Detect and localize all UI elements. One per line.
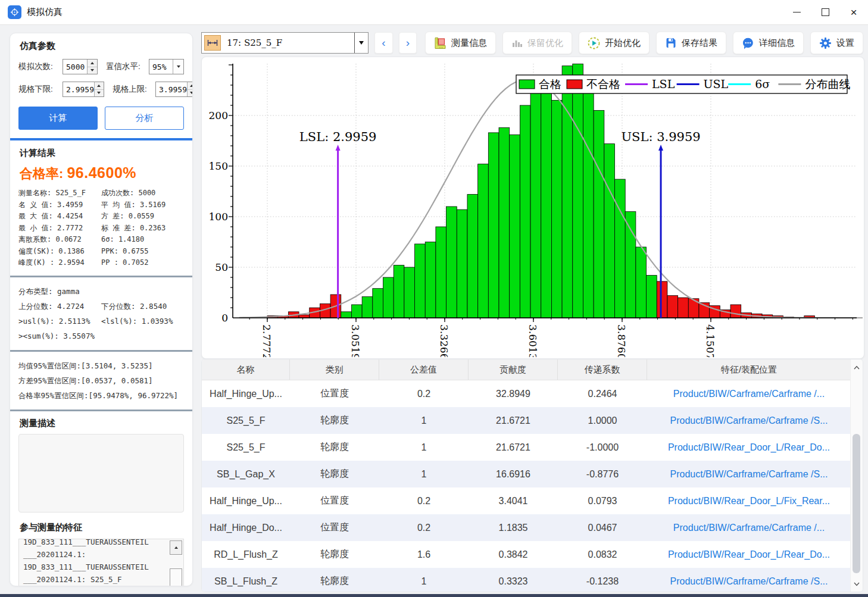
usl-line-label: USL: 3.9959: [621, 130, 700, 144]
spin-down-button[interactable]: [88, 67, 97, 74]
start-optimize-label: 开始优化: [605, 37, 641, 49]
analyze-button[interactable]: 分析: [105, 107, 184, 130]
spin-down-button[interactable]: [95, 90, 104, 97]
start-optimize-button[interactable]: 开始优化: [579, 32, 650, 54]
table-row[interactable]: Half_Hinge_Do...位置度0.21.18350.0467Produc…: [202, 514, 863, 541]
table-cell: 0.0832: [558, 549, 647, 560]
detail-info-label: 详细信息: [759, 37, 795, 49]
maximize-button[interactable]: [811, 0, 839, 24]
table-cell: 21.6721: [469, 415, 558, 426]
measurement-selector[interactable]: 17: S25_5_F: [201, 32, 369, 54]
table-row[interactable]: SB_L_Flush_Z轮廓度10.3323-0.1238Product/BIW…: [202, 568, 863, 592]
stat-line: 6σ: 1.4180: [101, 234, 184, 246]
spec-upper-spinner[interactable]: 3.9959: [155, 82, 193, 97]
table-cell: Half_Hinge_Up...: [202, 389, 290, 399]
spin-up-button[interactable]: [188, 82, 193, 90]
stat-line: PPK: 0.6755: [101, 246, 184, 258]
calculate-button[interactable]: 计算: [18, 107, 98, 130]
up-arrow-icon: [190, 85, 193, 87]
measure-description-field[interactable]: [18, 434, 184, 512]
table-cell: 0.3842: [469, 549, 558, 560]
stat-line: 峰度(K) : 2.9594: [18, 257, 101, 269]
table-scrollbar[interactable]: [850, 360, 863, 592]
up-arrow-icon: [174, 546, 178, 549]
detail-info-button[interactable]: 详细信息: [733, 32, 804, 54]
table-row[interactable]: S25_5_F轮廓度121.6721-1.0000Product/BIW/Rea…: [202, 434, 863, 461]
settings-button[interactable]: 设置: [810, 32, 863, 54]
feature-link[interactable]: Product/BIW/Carframe/Carframe /...: [647, 523, 851, 533]
column-header[interactable]: 公差值: [379, 360, 469, 380]
next-measurement-button[interactable]: ›: [399, 32, 417, 54]
spin-down-button[interactable]: [188, 90, 193, 97]
features-text: 19D_833_111___TUERAUSSENTEIL ___20201124…: [23, 539, 166, 587]
feature-link[interactable]: Product/BIW/Rear_Door_L/Rear_Do...: [647, 549, 851, 560]
results-title: 计算结果: [20, 148, 183, 159]
distribution-block: 分布类型: gamma上分位数: 4.2724下分位数: 2.8540>usl(…: [18, 284, 184, 343]
separator: [10, 410, 192, 411]
minimize-button[interactable]: [782, 0, 811, 24]
feature-link[interactable]: Product/BIW/Rear_Door_L/Fix_Rear...: [647, 496, 851, 507]
stat-line: 最 小 值: 2.7772: [18, 223, 101, 235]
table-row[interactable]: S25_5_F轮廓度121.67211.0000Product/BIW/Carf…: [202, 407, 863, 434]
stat-line: PP : 0.7052: [101, 257, 184, 269]
svg-text:分布曲线: 分布曲线: [805, 77, 850, 90]
stat-line: 名 义 值: 3.4959: [18, 199, 101, 211]
column-header[interactable]: 类别: [290, 360, 379, 380]
gear-icon: [819, 37, 832, 49]
svg-text:不合格: 不合格: [586, 77, 620, 90]
table-row[interactable]: SB_L_Gap_X轮廓度116.6916-0.8776Product/BIW/…: [202, 461, 863, 487]
chart-legend: 合格不合格LSLUSL6σ分布曲线: [516, 75, 850, 93]
confidence-value: 95%: [149, 60, 173, 74]
save-results-button[interactable]: 保存结果: [656, 32, 726, 54]
table-cell: 0.2: [379, 496, 469, 507]
chat-bubble-icon: [742, 37, 754, 49]
spec-upper-label: 规格上限:: [113, 84, 155, 95]
scroll-down-button[interactable]: [851, 577, 863, 590]
spin-up-button[interactable]: [95, 82, 104, 90]
combo-dropdown-arrow[interactable]: [354, 33, 368, 53]
column-header[interactable]: 特征/装配位置: [647, 360, 851, 380]
scroll-up-button[interactable]: [170, 540, 182, 555]
close-button[interactable]: ×: [839, 0, 868, 24]
histogram-chart: 0501001502002.77723.05193.32663.60133.87…: [202, 57, 863, 357]
table-row[interactable]: Half_Hinge_Up...位置度0.23.40410.0793Produc…: [202, 487, 863, 514]
window-bottom-edge: [0, 594, 868, 597]
scroll-up-button[interactable]: [851, 361, 863, 374]
svg-text:3.6013: 3.6013: [527, 324, 539, 357]
table-row[interactable]: RD_L_Flush_Z轮廓度1.60.38420.0832Product/BI…: [202, 541, 863, 568]
measure-info-button[interactable]: 测量信息: [425, 32, 496, 54]
dimension-icon: [204, 35, 221, 51]
feature-link[interactable]: Product/BIW/Carframe/Carframe /S...: [647, 576, 851, 587]
down-arrow-icon: [359, 41, 364, 45]
distribution-item: >usl(%): 2.5113%: [18, 314, 101, 329]
features-scrollbar[interactable]: [170, 540, 182, 587]
table-row[interactable]: Half_Hinge_Up...位置度0.232.89490.2464Produ…: [202, 380, 863, 407]
scrollbar-thumb[interactable]: [170, 568, 182, 586]
spec-lower-spinner[interactable]: 2.9959: [63, 82, 104, 97]
feature-link[interactable]: Product/BIW/Carframe/Carframe /S...: [647, 469, 851, 480]
dropdown-arrow-icon[interactable]: [173, 60, 183, 74]
features-textarea[interactable]: 19D_833_111___TUERAUSSENTEIL ___20201124…: [18, 539, 184, 587]
column-header[interactable]: 传递系数: [558, 360, 647, 380]
sim-count-spinner[interactable]: 5000: [63, 59, 98, 74]
table-cell: -0.8776: [558, 469, 647, 480]
scrollbar-thumb[interactable]: [853, 434, 860, 573]
table-cell: 32.8949: [469, 389, 558, 399]
selected-measurement: 17: S25_5_F: [227, 37, 282, 48]
confidence-dropdown[interactable]: 95%: [149, 59, 184, 74]
table-cell: RD_L_Flush_Z: [202, 549, 290, 560]
feature-link[interactable]: Product/BIW/Carframe/Carframe /...: [647, 389, 851, 399]
feature-link[interactable]: Product/BIW/Carframe/Carframe /S...: [647, 415, 851, 426]
keep-optimize-button[interactable]: 保留优化: [502, 32, 572, 54]
up-arrow-icon: [90, 62, 94, 64]
param-row-1: 模拟次数: 5000 置信水平: 95%: [18, 59, 184, 74]
column-header[interactable]: 贡献度: [469, 360, 558, 380]
prev-measurement-button[interactable]: ‹: [374, 32, 392, 54]
stat-line: 最 大 值: 4.4254: [18, 211, 101, 223]
spin-up-button[interactable]: [88, 60, 97, 67]
params-title: 仿真参数: [20, 40, 183, 52]
feature-link[interactable]: Product/BIW/Rear_Door_L/Rear_Do...: [647, 442, 851, 453]
svg-text:3.3266: 3.3266: [438, 324, 450, 357]
result-stats: 测量名称: S25_5_F名 义 值: 3.4959最 大 值: 4.4254最…: [18, 187, 184, 269]
column-header[interactable]: 名称: [202, 360, 290, 380]
